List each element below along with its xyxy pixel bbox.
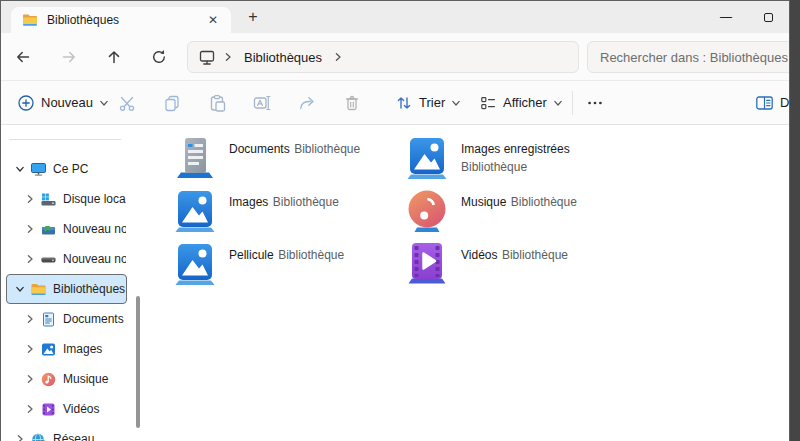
rename-icon [253, 94, 271, 112]
music-icon [40, 371, 57, 388]
navigation-bar: Bibliothèques [1, 33, 789, 81]
sidebar-item-nouveau-nom-2[interactable]: Nouveau nom [6, 244, 127, 274]
titlebar: Bibliothèques ✕ + — [1, 1, 789, 33]
sidebar-item-label: Ce PC [53, 162, 88, 176]
sidebar-tree: Ce PC Disque local (C [1, 154, 146, 441]
cut-icon [118, 94, 136, 112]
sort-icon [395, 94, 413, 112]
tile-subtitle: Bibliothèque [273, 195, 339, 209]
details-button-label: Détails [780, 95, 790, 110]
rename-button[interactable] [252, 93, 272, 113]
new-tab-button[interactable]: + [241, 6, 265, 28]
refresh-icon [151, 49, 167, 65]
chevron-right-icon[interactable] [23, 254, 37, 264]
chevron-right-icon[interactable] [23, 404, 37, 414]
chevron-right-icon[interactable] [23, 314, 37, 324]
forward-icon [61, 49, 77, 65]
tile-title: Pellicule [229, 248, 274, 262]
tile-subtitle: Bibliothèque [461, 160, 527, 174]
forward-button[interactable] [53, 41, 85, 73]
copy-button[interactable] [162, 93, 182, 113]
chevron-right-icon[interactable] [23, 344, 37, 354]
navigation-pane: Ce PC Disque local (C [1, 125, 146, 441]
new-plus-icon [17, 94, 35, 112]
more-icon [586, 94, 604, 112]
chevron-right-icon[interactable] [223, 52, 233, 62]
tile-subtitle: Bibliothèque [294, 142, 360, 156]
library-tile-pellicule[interactable]: Pellicule Bibliothèque [173, 241, 401, 289]
library-tile-images-enregistrees[interactable]: Images enregistrées Bibliothèque [405, 135, 633, 183]
sidebar-item-reseau[interactable]: Réseau [6, 424, 127, 441]
folder-icon [22, 12, 38, 28]
monitor-icon[interactable] [198, 49, 216, 66]
toolbar-separator [572, 91, 573, 115]
breadcrumb-item[interactable]: Bibliothèques [240, 50, 326, 65]
tile-subtitle: Bibliothèque [502, 248, 568, 262]
sidebar-scrollbar-thumb[interactable] [136, 296, 140, 428]
refresh-button[interactable] [143, 41, 175, 73]
tab-title: Bibliothèques [47, 13, 204, 27]
paste-button[interactable] [207, 93, 227, 113]
search-input[interactable] [588, 42, 790, 72]
new-button-label: Nouveau [41, 95, 93, 110]
see-more-button[interactable] [585, 93, 605, 113]
cut-button[interactable] [117, 93, 137, 113]
new-button[interactable]: Nouveau [11, 81, 115, 124]
chevron-right-icon[interactable] [333, 52, 343, 62]
maximize-icon [764, 13, 773, 22]
library-tile-musique[interactable]: Musique Bibliothèque [405, 188, 633, 236]
sidebar-item-musique[interactable]: Musique [6, 364, 127, 394]
library-tile-images[interactable]: Images Bibliothèque [173, 188, 401, 236]
minimize-button[interactable]: — [705, 1, 747, 33]
chevron-right-icon[interactable] [13, 434, 27, 441]
sidebar-item-ce-pc[interactable]: Ce PC [6, 154, 127, 184]
library-tile-videos[interactable]: Vidéos Bibliothèque [405, 241, 633, 289]
documents-icon [40, 311, 57, 328]
view-icon [479, 94, 497, 112]
tile-subtitle: Bibliothèque [278, 248, 344, 262]
tile-title: Documents [229, 142, 290, 156]
pictures-library-icon [405, 135, 449, 179]
drive-icon [40, 251, 57, 268]
share-button[interactable] [297, 93, 317, 113]
libraries-folder-icon [30, 281, 47, 298]
chevron-right-icon[interactable] [23, 374, 37, 384]
maximize-button[interactable] [747, 1, 789, 33]
file-explorer-window: Bibliothèques ✕ + — [0, 0, 790, 441]
chevron-down-icon[interactable] [13, 164, 27, 174]
sidebar-item-label: Bibliothèques [53, 282, 125, 296]
sidebar-item-bibliotheques[interactable]: Bibliothèques [6, 274, 127, 304]
up-button[interactable] [98, 41, 130, 73]
pictures-icon [40, 341, 57, 358]
back-button[interactable] [7, 41, 39, 73]
address-bar[interactable]: Bibliothèques [187, 41, 579, 73]
sort-button-label: Trier [419, 95, 445, 110]
sidebar-item-videos[interactable]: Vidéos [6, 394, 127, 424]
details-button[interactable]: Détails [749, 81, 790, 124]
view-button[interactable]: Afficher [473, 81, 569, 124]
chevron-down-icon[interactable] [13, 284, 27, 294]
sort-button[interactable]: Trier [389, 81, 467, 124]
chevron-right-icon[interactable] [23, 194, 37, 204]
details-pane-icon [755, 95, 774, 111]
sidebar-item-label: Réseau [53, 432, 94, 441]
sidebar-item-documents[interactable]: Documents [6, 304, 127, 334]
paste-icon [208, 94, 226, 112]
drive-sync-icon [40, 221, 57, 238]
sidebar-item-nouveau-nom-1[interactable]: Nouveau nom [6, 214, 127, 244]
delete-button[interactable] [342, 93, 362, 113]
delete-icon [343, 94, 361, 112]
window-controls: — [705, 1, 789, 33]
copy-icon [163, 94, 181, 112]
chevron-down-icon [99, 98, 109, 108]
sidebar-item-disque-local[interactable]: Disque local (C [6, 184, 127, 214]
close-tab-icon[interactable]: ✕ [204, 12, 222, 28]
videos-library-icon [405, 241, 449, 285]
tile-title: Images [229, 195, 268, 209]
drive-windows-icon [40, 191, 57, 208]
library-tile-documents[interactable]: Documents Bibliothèque [173, 135, 401, 183]
sidebar-item-images[interactable]: Images [6, 334, 127, 364]
chevron-right-icon[interactable] [23, 224, 37, 234]
sidebar-item-label: Nouveau nom [63, 222, 127, 236]
tab-bibliotheques[interactable]: Bibliothèques ✕ [11, 7, 231, 33]
